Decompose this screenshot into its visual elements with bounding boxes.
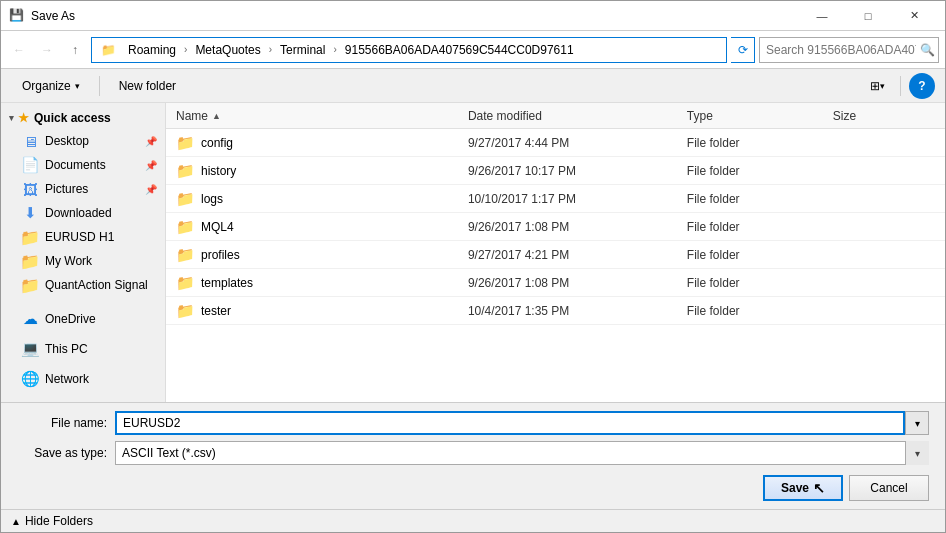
sidebar-item-label: Network <box>45 372 89 386</box>
quick-access-header[interactable]: ▾ ★ Quick access <box>1 107 165 129</box>
hide-folders-label: Hide Folders <box>25 514 93 528</box>
address-path[interactable]: 📁 Roaming › MetaQuotes › Terminal › 9155… <box>91 37 727 63</box>
savetype-label: Save as type: <box>17 446 107 460</box>
sidebar-item-label: EURUSD H1 <box>45 230 114 244</box>
sidebar-item-documents[interactable]: 📄 Documents 📌 <box>1 153 165 177</box>
savetype-select[interactable]: ASCII Text (*.csv) <box>115 441 929 465</box>
file-type-cell: File folder <box>687 164 833 178</box>
file-date-cell: 9/26/2017 1:08 PM <box>468 220 687 234</box>
file-name-cell: 📁 MQL4 <box>176 218 468 236</box>
search-box: 🔍 <box>759 37 939 63</box>
sidebar-item-label: OneDrive <box>45 312 96 326</box>
header-size[interactable]: Size <box>833 109 935 123</box>
sidebar-item-label: My Work <box>45 254 92 268</box>
file-folder-icon: 📁 <box>176 218 195 236</box>
file-name: MQL4 <box>201 220 234 234</box>
hide-folders-chevron-icon: ▲ <box>11 516 21 527</box>
table-row[interactable]: 📁 templates 9/26/2017 1:08 PM File folde… <box>166 269 945 297</box>
desktop-icon: 🖥 <box>21 132 39 150</box>
search-input[interactable] <box>766 43 916 57</box>
sidebar-item-pictures[interactable]: 🖼 Pictures 📌 <box>1 177 165 201</box>
new-folder-label: New folder <box>119 79 176 93</box>
file-name: config <box>201 136 233 150</box>
organize-label: Organize <box>22 79 71 93</box>
organize-button[interactable]: Organize ▾ <box>11 73 91 99</box>
bottom-section: File name: ▾ Save as type: ASCII Text (*… <box>1 402 945 509</box>
download-icon: ⬇ <box>21 204 39 222</box>
view-chevron-icon: ▾ <box>880 81 885 91</box>
quick-access-chevron-icon: ▾ <box>9 113 14 123</box>
sep3: › <box>330 44 339 55</box>
dialog-icon: 💾 <box>9 8 25 24</box>
file-rows-container: 📁 config 9/27/2017 4:44 PM File folder 📁… <box>166 129 945 325</box>
sidebar-item-downloaded[interactable]: ⬇ Downloaded <box>1 201 165 225</box>
sidebar-item-network[interactable]: 🌐 Network <box>1 367 165 391</box>
save-as-dialog: 💾 Save As — □ ✕ ← → ↑ 📁 Roaming › MetaQu… <box>0 0 946 533</box>
savetype-select-wrapper: ASCII Text (*.csv) ▾ <box>115 441 929 465</box>
toolbar-sep2 <box>900 76 901 96</box>
table-row[interactable]: 📁 MQL4 9/26/2017 1:08 PM File folder <box>166 213 945 241</box>
minimize-button[interactable]: — <box>799 1 845 31</box>
refresh-button[interactable]: ⟳ <box>731 37 755 63</box>
search-icon: 🔍 <box>920 43 935 57</box>
table-row[interactable]: 📁 logs 10/10/2017 1:17 PM File folder <box>166 185 945 213</box>
file-type-cell: File folder <box>687 276 833 290</box>
main-content: ▾ ★ Quick access 🖥 Desktop 📌 📄 Documents… <box>1 103 945 402</box>
documents-icon: 📄 <box>21 156 39 174</box>
forward-button[interactable]: → <box>35 38 59 62</box>
file-date-cell: 10/10/2017 1:17 PM <box>468 192 687 206</box>
file-name-cell: 📁 logs <box>176 190 468 208</box>
table-row[interactable]: 📁 config 9/27/2017 4:44 PM File folder <box>166 129 945 157</box>
folder-icon: 📁 <box>21 252 39 270</box>
sidebar-item-quantaction[interactable]: 📁 QuantAction Signal <box>1 273 165 297</box>
back-button[interactable]: ← <box>7 38 31 62</box>
breadcrumb-metaquotes: MetaQuotes <box>192 43 263 57</box>
toolbar: Organize ▾ New folder ⊞ ▾ ? <box>1 69 945 103</box>
file-name: logs <box>201 192 223 206</box>
sidebar-item-desktop[interactable]: 🖥 Desktop 📌 <box>1 129 165 153</box>
toolbar-right: ⊞ ▾ ? <box>863 73 935 99</box>
cancel-button[interactable]: Cancel <box>849 475 929 501</box>
save-button[interactable]: Save ↖ <box>763 475 843 501</box>
sidebar-item-onedrive[interactable]: ☁ OneDrive <box>1 307 165 331</box>
sidebar-item-thispc[interactable]: 💻 This PC <box>1 337 165 361</box>
file-name: templates <box>201 276 253 290</box>
file-folder-icon: 📁 <box>176 274 195 292</box>
up-button[interactable]: ↑ <box>63 38 87 62</box>
sidebar-item-mywork[interactable]: 📁 My Work <box>1 249 165 273</box>
pin-icon: 📌 <box>145 184 157 195</box>
view-button[interactable]: ⊞ ▾ <box>863 73 892 99</box>
filename-dropdown-arrow-icon[interactable]: ▾ <box>905 411 929 435</box>
quick-access-label: Quick access <box>34 111 111 125</box>
file-name-cell: 📁 templates <box>176 274 468 292</box>
filename-input[interactable] <box>115 411 905 435</box>
help-button[interactable]: ? <box>909 73 935 99</box>
sidebar: ▾ ★ Quick access 🖥 Desktop 📌 📄 Documents… <box>1 103 166 402</box>
header-date[interactable]: Date modified <box>468 109 687 123</box>
table-row[interactable]: 📁 tester 10/4/2017 1:35 PM File folder <box>166 297 945 325</box>
file-folder-icon: 📁 <box>176 162 195 180</box>
sidebar-item-eurusd[interactable]: 📁 EURUSD H1 <box>1 225 165 249</box>
hide-folders-row[interactable]: ▲ Hide Folders <box>1 509 945 532</box>
close-button[interactable]: ✕ <box>891 1 937 31</box>
sidebar-item-label: This PC <box>45 342 88 356</box>
onedrive-icon: ☁ <box>21 310 39 328</box>
folder-icon: 📁 <box>21 228 39 246</box>
file-name: tester <box>201 304 231 318</box>
file-date-cell: 9/27/2017 4:21 PM <box>468 248 687 262</box>
file-type-cell: File folder <box>687 220 833 234</box>
quick-access-icon: ★ <box>18 111 29 125</box>
header-name[interactable]: Name ▲ <box>176 109 468 123</box>
new-folder-button[interactable]: New folder <box>108 73 187 99</box>
header-type[interactable]: Type <box>687 109 833 123</box>
maximize-button[interactable]: □ <box>845 1 891 31</box>
thispc-icon: 💻 <box>21 340 39 358</box>
file-name-cell: 📁 config <box>176 134 468 152</box>
toolbar-separator <box>99 76 100 96</box>
table-row[interactable]: 📁 profiles 9/27/2017 4:21 PM File folder <box>166 241 945 269</box>
table-row[interactable]: 📁 history 9/26/2017 10:17 PM File folder <box>166 157 945 185</box>
file-folder-icon: 📁 <box>176 134 195 152</box>
sort-arrow-icon: ▲ <box>212 111 221 121</box>
sidebar-item-label: Desktop <box>45 134 89 148</box>
file-type-cell: File folder <box>687 248 833 262</box>
